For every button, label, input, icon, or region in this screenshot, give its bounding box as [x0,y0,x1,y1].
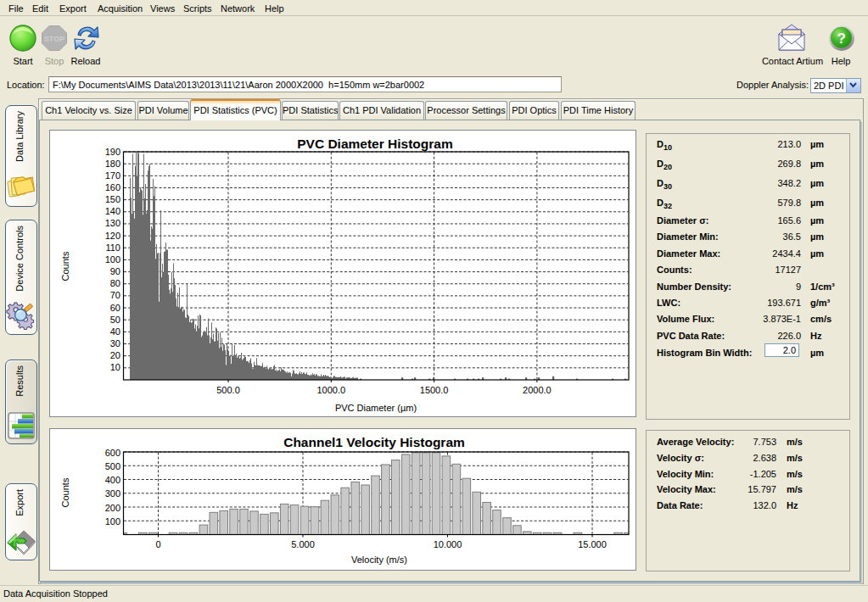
svg-text:STOP: STOP [44,35,64,43]
svg-text:Counts: Counts [60,477,70,507]
svg-text:2000.0: 2000.0 [523,385,552,395]
svg-text:150: 150 [105,194,120,204]
svg-text:300: 300 [105,488,120,499]
svg-text:10.000: 10.000 [434,539,462,549]
svg-text:1500.0: 1500.0 [420,385,449,395]
svg-text:180: 180 [105,159,120,169]
svg-text:90: 90 [110,266,120,276]
svg-text:10: 10 [110,362,120,372]
svg-text:600: 600 [105,448,120,458]
svg-text:200: 200 [105,503,120,513]
svg-text:15.000: 15.000 [578,539,607,549]
svg-text:30: 30 [110,338,120,348]
svg-text:100: 100 [105,516,120,527]
svg-text:500.0: 500.0 [216,385,240,395]
svg-text:PVC Diameter (µm): PVC Diameter (µm) [335,403,417,413]
svg-text:50: 50 [110,315,120,325]
svg-text:100: 100 [105,254,120,265]
svg-text:190: 190 [105,147,120,157]
svg-text:Velocity (m/s): Velocity (m/s) [351,555,407,565]
svg-text:?: ? [837,31,845,47]
svg-text:80: 80 [110,278,120,288]
svg-text:60: 60 [110,303,120,313]
svg-text:110: 110 [105,242,120,253]
svg-text:170: 170 [105,170,120,181]
svg-text:0: 0 [155,539,160,549]
svg-text:20: 20 [110,350,120,360]
svg-text:Counts: Counts [60,251,70,281]
svg-text:1000.0: 1000.0 [316,385,345,395]
svg-text:70: 70 [110,290,120,300]
svg-text:130: 130 [105,218,120,228]
svg-text:140: 140 [105,206,120,216]
svg-text:PVC Diameter Histogram: PVC Diameter Histogram [297,137,452,151]
svg-text:400: 400 [105,475,120,485]
svg-text:40: 40 [110,326,120,337]
svg-text:500: 500 [105,461,120,471]
svg-text:120: 120 [105,231,120,241]
svg-text:5.000: 5.000 [291,539,315,549]
svg-text:Channel1 Velocity Histogram: Channel1 Velocity Histogram [283,435,465,449]
svg-text:160: 160 [105,182,120,192]
